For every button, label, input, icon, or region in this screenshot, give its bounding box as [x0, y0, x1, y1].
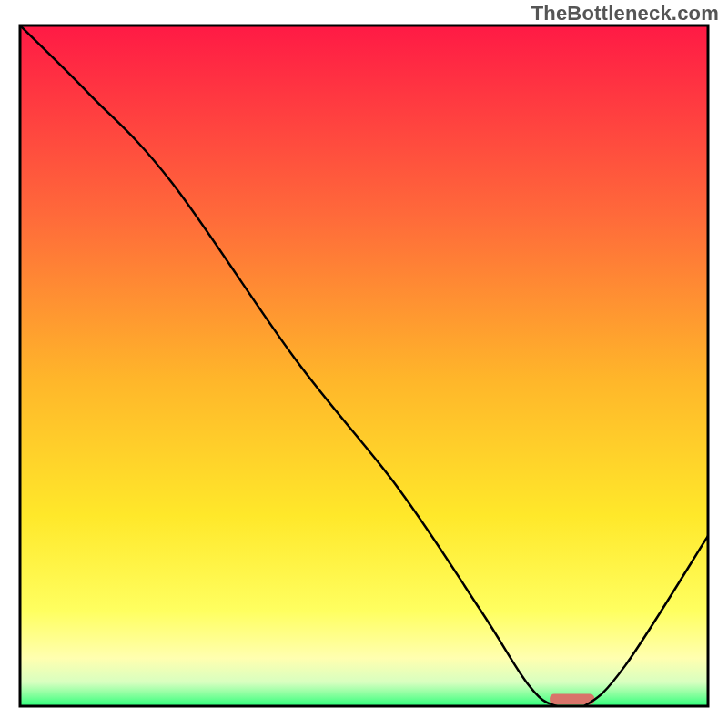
bottleneck-chart — [0, 0, 728, 728]
chart-container: TheBottleneck.com — [0, 0, 728, 728]
watermark-text: TheBottleneck.com — [531, 2, 719, 25]
